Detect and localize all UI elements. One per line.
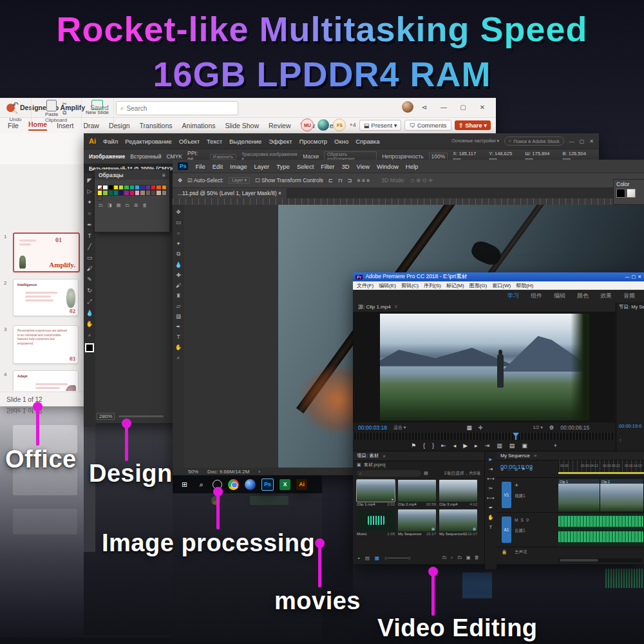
type-tool[interactable]: T [176, 334, 180, 340]
project-item[interactable]: ▦ My Sequence0222:17 [439, 509, 477, 536]
menu-select[interactable]: Select [297, 163, 314, 170]
cut-icon[interactable]: ✂ [62, 100, 67, 109]
swatch-libraries-icon[interactable]: 🗀 [99, 203, 103, 208]
color-swatch[interactable] [151, 185, 156, 190]
maximize-button[interactable]: ▢ [632, 274, 636, 279]
workspace-editing[interactable]: 编辑 [554, 292, 565, 300]
color-swatch[interactable] [108, 190, 113, 195]
icon-view-icon[interactable]: ▦ [375, 555, 379, 561]
align-center-icon[interactable]: ⊓ [338, 177, 343, 184]
new-item-icon[interactable]: ▣ [466, 554, 470, 561]
workspace-effects[interactable]: 效果 [600, 292, 612, 300]
align-left-icon[interactable]: ⊏ [328, 177, 333, 184]
maximize-button[interactable]: ▢ [455, 100, 471, 113]
eyedropper-tool[interactable]: 💧 [175, 261, 182, 268]
color-swatch[interactable] [146, 185, 151, 190]
color-swatch[interactable] [151, 190, 156, 195]
track-target-v1[interactable]: V1 [502, 482, 511, 508]
slide-thumbnail-1[interactable]: 01 Amplify. [13, 232, 80, 272]
photoshop-document-tab[interactable]: ...11.psd @ 50% (Level 1, Layer Mask/8) … [173, 188, 644, 198]
workspace-color[interactable]: 颜色 [577, 292, 589, 300]
swatch-none[interactable] [97, 185, 102, 190]
hand-tool[interactable]: ✋ [175, 344, 182, 350]
tab-review[interactable]: Review [269, 122, 290, 129]
avatar[interactable] [402, 101, 413, 113]
slide-thumbnail-3[interactable]: Personalized experiences are tailored to… [13, 325, 79, 364]
new-swatch-icon[interactable]: ⊞ [134, 203, 138, 208]
razor-tool[interactable]: ✂ [489, 486, 493, 491]
menu-help[interactable]: Help [406, 163, 419, 170]
color-swatch[interactable] [129, 185, 135, 190]
color-swatch[interactable] [162, 190, 167, 195]
mark-in-icon[interactable]: { [423, 442, 425, 449]
stock-search-box[interactable]: ⌕Поиск в Adobe Stock [504, 137, 564, 146]
timeline-clip[interactable]: Clip 2 [600, 479, 644, 511]
close-button[interactable]: ✕ [589, 138, 594, 144]
overwrite-icon[interactable]: ▤ [509, 442, 515, 449]
eye-icon[interactable]: 👁 [515, 483, 519, 488]
source-monitor-tab[interactable]: 源: Clip 1.mp4≡ [353, 302, 625, 312]
workspace-switcher[interactable]: Основные настройки ▾ [451, 138, 499, 144]
menu-3d[interactable]: 3D [341, 163, 349, 170]
swatch-kinds-icon[interactable]: ◨ [108, 203, 112, 208]
play-button[interactable]: ▶ [463, 442, 468, 449]
menu-clip[interactable]: 剪辑(C) [401, 282, 419, 289]
move-tool[interactable]: ✥ [176, 209, 180, 215]
source-scrubber[interactable] [353, 433, 615, 440]
go-to-in-icon[interactable]: ⇤ [441, 442, 446, 449]
rectangle-tool[interactable]: ▭ [87, 254, 93, 261]
taskbar-illustrator-icon[interactable]: Ai [296, 479, 307, 490]
auto-select-dropdown[interactable]: Layer ▾ [229, 177, 250, 184]
menu-file[interactable]: File [195, 163, 205, 170]
close-button[interactable]: ✕ [638, 274, 641, 279]
color-swatch[interactable] [124, 190, 129, 195]
color-swatch[interactable] [102, 190, 108, 195]
scale-tool[interactable]: ⤢ [87, 298, 91, 305]
swatch-grid[interactable] [97, 185, 167, 201]
project-item[interactable]: Music1:05 [357, 509, 395, 536]
heal-tool[interactable]: ✚ [176, 272, 180, 278]
minimize-button[interactable]: — [569, 138, 574, 144]
start-button[interactable]: ⊞ [179, 479, 190, 490]
marker-icon[interactable]: ⚑ [411, 442, 416, 449]
pen-tool[interactable]: ✒ [176, 323, 180, 330]
show-transform-checkbox[interactable]: ☐ Show Transform Controls [255, 177, 323, 184]
menu-marker[interactable]: 标记(M) [446, 282, 464, 289]
project-search-input[interactable]: ⌕ [357, 470, 421, 477]
align-right-icon[interactable]: ⊐ [348, 177, 352, 184]
settings-icon[interactable]: ▦ [466, 424, 471, 431]
snap-icon[interactable]: ∩ [507, 467, 511, 472]
time-ruler[interactable]: 00:00 00:00:04:23 00:00:09:23 00:00:14:2… [558, 460, 644, 472]
clear-icon[interactable]: 🗑 [475, 554, 480, 561]
pen-tool[interactable]: ✒ [87, 222, 92, 228]
project-item[interactable]: ▸ Clip 1.mp42:02 [357, 480, 395, 506]
taskbar-photoshop-icon[interactable]: Ps [261, 478, 274, 491]
menu-image[interactable]: Image [230, 163, 247, 170]
mode-3d-icons[interactable]: ◇ ⊕ ⊙ ✛ [410, 177, 433, 184]
lock-icon[interactable]: 🔒 [502, 549, 507, 554]
color-swatch[interactable] [140, 190, 145, 195]
timeline-settings-icon[interactable]: ⚙ [529, 467, 533, 472]
line-tool[interactable]: ╱ [88, 243, 91, 250]
wrench-icon[interactable]: ⚙ [549, 424, 554, 431]
new-bin-icon[interactable]: 🗀 [457, 554, 462, 561]
linked-selection-icon[interactable]: ⧉ [515, 467, 518, 472]
program-timecode[interactable]: 00:00:19:0 [619, 423, 641, 429]
menu-window[interactable]: Окно [334, 138, 348, 145]
workspace-assembly[interactable]: 组件 [531, 292, 542, 300]
step-back-icon[interactable]: ◂ [453, 442, 457, 449]
brush-tool[interactable]: 🖌 [176, 282, 182, 289]
menu-help[interactable]: 帮助(H) [516, 282, 533, 289]
copy-icon[interactable]: ⧉ [62, 109, 67, 118]
marker-icon[interactable]: ⚑ [522, 467, 526, 472]
list-icon[interactable]: ▤ [424, 471, 428, 476]
resolution-dropdown[interactable]: 1/2 ▾ [533, 425, 543, 430]
foreground-color-chip[interactable] [616, 189, 625, 198]
share-button[interactable]: ⇧ Share ▾ [455, 120, 491, 130]
menu-type[interactable]: Type [276, 163, 290, 170]
menu-help[interactable]: Справка [355, 138, 379, 145]
color-swatch[interactable] [140, 185, 145, 190]
readonly-icon[interactable]: ▪ [358, 555, 360, 561]
edit-original-button[interactable]: Изменить [210, 154, 237, 160]
slip-tool[interactable]: ⟼ [487, 495, 494, 501]
